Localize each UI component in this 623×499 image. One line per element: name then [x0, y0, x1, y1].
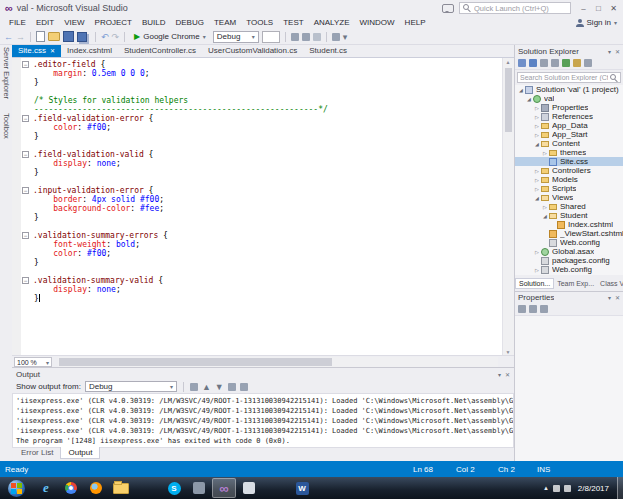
expander-icon[interactable]: ▷ — [533, 123, 541, 129]
find-message-icon[interactable] — [190, 383, 198, 391]
expander-icon[interactable]: ▷ — [533, 105, 541, 111]
menu-item-project[interactable]: PROJECT — [90, 16, 137, 29]
find-in-files-icon[interactable] — [291, 33, 299, 41]
tree-item-scripts[interactable]: ▷Scripts — [515, 184, 623, 193]
expander-icon[interactable]: ▷ — [533, 267, 541, 273]
word-taskbar-icon[interactable]: W — [290, 478, 314, 498]
solution-configuration-dropdown[interactable]: Debug ▾ — [213, 31, 259, 43]
tree-item-web-config[interactable]: ▷Web.config — [515, 265, 623, 274]
close-button[interactable]: ✕ — [606, 2, 621, 15]
tree-item-site-css[interactable]: Site.css — [515, 157, 623, 166]
show-all-files-icon[interactable] — [540, 59, 548, 67]
editor-vertical-scrollbar[interactable]: ▲ ▼ — [502, 58, 514, 356]
tree-item-views[interactable]: ◢Views — [515, 193, 623, 202]
expander-icon[interactable]: ◢ — [533, 141, 541, 147]
tab-student-cs[interactable]: Student.cs — [303, 45, 353, 57]
menu-item-help[interactable]: HELP — [400, 16, 431, 29]
fold-marker-icon[interactable]: − — [22, 115, 29, 122]
expander-icon[interactable]: ▷ — [533, 132, 541, 138]
feedback-icon[interactable] — [442, 4, 454, 13]
output-source-dropdown[interactable]: Debug ▾ — [85, 381, 177, 392]
tool-tab-solution-[interactable]: Solution... — [515, 278, 554, 289]
sign-in-button[interactable]: Sign in ▾ — [576, 18, 623, 27]
menu-item-test[interactable]: TEST — [278, 16, 308, 29]
tree-item-themes[interactable]: ▷themes — [515, 148, 623, 157]
start-debug-button[interactable]: ▶ Google Chrome ▾ — [130, 31, 210, 42]
tray-volume-icon[interactable] — [564, 485, 571, 492]
fold-marker-icon[interactable]: − — [22, 61, 29, 68]
chrome-taskbar-icon[interactable] — [59, 478, 83, 498]
code-editor[interactable]: −.editor-field { margin: 0.5em 0 0 0;}/*… — [12, 57, 514, 356]
menu-item-team[interactable]: TEAM — [209, 16, 241, 29]
menu-item-build[interactable]: BUILD — [137, 16, 171, 29]
window-position-icon[interactable]: ▾ — [608, 48, 611, 55]
expander-icon[interactable]: ◢ — [533, 195, 541, 201]
refresh-icon[interactable] — [562, 59, 570, 67]
property-pages-icon[interactable] — [540, 305, 548, 313]
clock-date[interactable]: 2/8/2017 — [578, 484, 609, 493]
expander-icon[interactable]: ▷ — [533, 249, 541, 255]
tree-item-models[interactable]: ▷Models — [515, 175, 623, 184]
alphabetical-icon[interactable] — [529, 305, 537, 313]
tree-item-shared[interactable]: ▷Shared — [515, 202, 623, 211]
menu-item-window[interactable]: WINDOW — [355, 16, 400, 29]
tool-tab-class-view[interactable]: Class View — [597, 279, 623, 288]
output-text-area[interactable]: 'iisexpress.exe' (CLR v4.0.30319: /LM/W3… — [12, 393, 514, 448]
tree-item-app-start[interactable]: ▷App_Start — [515, 130, 623, 139]
visual-studio-taskbar-icon[interactable]: ∞ — [212, 478, 236, 498]
menu-item-view[interactable]: VIEW — [59, 16, 89, 29]
expander-icon[interactable]: ▷ — [533, 114, 541, 120]
expander-icon[interactable]: ◢ — [541, 213, 549, 219]
toolbar-options-icon[interactable]: ▾ — [343, 32, 348, 42]
categorized-icon[interactable] — [518, 305, 526, 313]
menu-item-debug[interactable]: DEBUG — [171, 16, 209, 29]
expander-icon[interactable]: ◢ — [525, 96, 533, 102]
tree-item-packages-config[interactable]: packages.config — [515, 256, 623, 265]
panel-tab-error-list[interactable]: Error List — [14, 447, 60, 458]
expander-icon[interactable]: ▷ — [541, 150, 549, 156]
tool-tab-team-exp-[interactable]: Team Exp... — [554, 279, 597, 288]
tree-item-student[interactable]: ◢Student — [515, 211, 623, 220]
expander-icon[interactable]: ▷ — [533, 186, 541, 192]
minimize-button[interactable]: – — [576, 2, 591, 15]
tree-item-index-cshtml[interactable]: Index.cshtml — [515, 220, 623, 229]
tree-item-properties[interactable]: ▷Properties — [515, 103, 623, 112]
side-tab-toolbox[interactable]: Toolbox — [2, 113, 11, 139]
scroll-up-icon[interactable]: ▲ — [503, 59, 513, 65]
tree-item--viewstart-cshtml[interactable]: _ViewStart.cshtml — [515, 229, 623, 238]
expander-icon[interactable]: ▷ — [533, 168, 541, 174]
comment-icon[interactable] — [302, 33, 310, 41]
output-panel-header[interactable]: Output ▾ ✕ — [12, 368, 514, 380]
tree-item-controllers[interactable]: ▷Controllers — [515, 166, 623, 175]
close-tab-icon[interactable]: ✕ — [50, 45, 55, 57]
tab-usercustomvalidation-cs[interactable]: UserCustomValidation.cs — [202, 45, 303, 57]
start-button[interactable] — [0, 477, 32, 499]
window-position-icon[interactable]: ▾ — [608, 294, 611, 301]
expander-icon[interactable]: ▷ — [541, 204, 549, 210]
menu-item-tools[interactable]: TOOLS — [241, 16, 278, 29]
tray-expand-icon[interactable]: ▲ — [543, 485, 549, 491]
tab-studentcontroller-cs[interactable]: StudentController.cs — [118, 45, 202, 57]
scrollbar-thumb[interactable] — [59, 358, 332, 366]
fold-marker-icon[interactable]: − — [22, 187, 29, 194]
tree-item-global-asax[interactable]: ▷Global.asax — [515, 247, 623, 256]
open-file-icon[interactable] — [48, 32, 60, 41]
show-desktop-button[interactable] — [617, 477, 623, 499]
close-icon[interactable]: ✕ — [615, 294, 620, 301]
properties-panel-header[interactable]: Properties ▾ ✕ — [515, 291, 623, 303]
redo-icon[interactable]: ↷ — [112, 32, 120, 42]
expander-icon[interactable]: ▷ — [533, 177, 541, 183]
tab-index-cshtml[interactable]: Index.cshtml — [61, 45, 118, 57]
back-icon[interactable] — [518, 59, 526, 67]
fold-marker-icon[interactable]: − — [22, 277, 29, 284]
tab-site-css[interactable]: Site.css✕ — [12, 45, 61, 57]
undo-icon[interactable]: ↶ — [101, 32, 109, 42]
app-taskbar-icon[interactable] — [187, 478, 211, 498]
app2-taskbar-icon[interactable] — [237, 478, 261, 498]
home-icon[interactable] — [529, 59, 537, 67]
tree-item-val[interactable]: ◢val — [515, 94, 623, 103]
side-tab-server-explorer[interactable]: Server Explorer — [2, 47, 11, 99]
zoom-dropdown[interactable]: 100 % ▾ — [14, 357, 52, 367]
tray-network-icon[interactable] — [553, 485, 560, 492]
new-file-icon[interactable] — [36, 31, 45, 42]
